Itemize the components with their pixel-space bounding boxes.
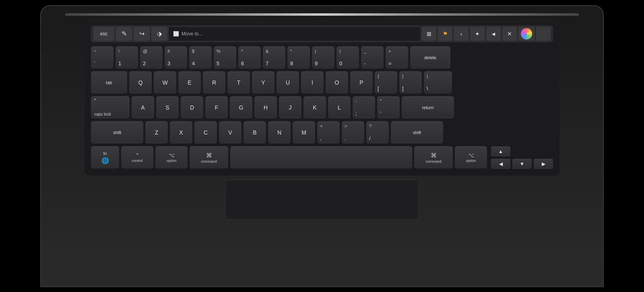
key-delete[interactable]: delete <box>410 46 450 69</box>
key-backslash[interactable]: | \ <box>424 71 452 94</box>
key-arrow-up[interactable]: ▲ <box>491 146 510 157</box>
key-q[interactable]: Q <box>129 71 152 94</box>
key-5[interactable]: % 5 <box>214 46 236 69</box>
tb-share-icon[interactable]: ↪ <box>134 27 150 41</box>
tb-archive-icon[interactable]: ⬗ <box>151 27 167 41</box>
key-command-left[interactable]: ⌘ command <box>190 146 228 169</box>
key-e[interactable]: E <box>178 71 201 94</box>
key-j[interactable]: J <box>279 96 301 119</box>
key-7[interactable]: & 7 <box>263 46 285 69</box>
key-return[interactable]: return <box>402 96 454 119</box>
key-o[interactable]: O <box>326 71 348 94</box>
tb-mute-icon[interactable]: ✕ <box>502 27 517 41</box>
tb-volume-down-icon[interactable]: ◄ <box>486 27 501 41</box>
key-3[interactable]: # 3 <box>165 46 187 69</box>
key-command-right[interactable]: ⌘ command <box>414 146 453 169</box>
tb-brightness-icon[interactable]: ✦ <box>470 27 485 41</box>
key-semicolon[interactable]: : ; <box>353 96 375 119</box>
key-y[interactable]: Y <box>252 71 275 94</box>
key-tab[interactable]: tab <box>91 71 127 94</box>
tb-edit-icon[interactable]: ✎ <box>116 27 132 41</box>
key-option-left[interactable]: ⌥ option <box>155 146 188 169</box>
tb-siri-button[interactable] <box>518 27 535 41</box>
arrow-top-row: ▲ <box>491 146 553 157</box>
trackpad[interactable] <box>225 180 419 220</box>
key-fn[interactable]: fn 🌐 <box>91 146 119 169</box>
keyboard-area: esc ✎ ↪ ⬗ ⬜ Move to... ⊠ ⚑ ‹ ✦ ◄ ✕ ~ ` <box>85 19 559 176</box>
key-slash[interactable]: ? / <box>366 121 389 144</box>
key-rbracket[interactable]: } ] <box>399 71 422 94</box>
key-period[interactable]: > . <box>342 121 364 144</box>
key-x[interactable]: X <box>170 121 192 144</box>
trackpad-area <box>65 176 579 220</box>
key-capslock[interactable]: caps lock <box>91 96 130 119</box>
key-4[interactable]: $ 4 <box>189 46 212 69</box>
key-1[interactable]: ! 1 <box>116 46 138 69</box>
top-strip <box>65 13 579 16</box>
key-p[interactable]: P <box>350 71 373 94</box>
key-option-right[interactable]: ⌥ option <box>455 146 487 169</box>
key-6[interactable]: ^ 6 <box>238 46 261 69</box>
home-row: caps lock A S D F G H J K L : ; " ' retu… <box>91 96 553 119</box>
qwerty-row: tab Q W E R T Y U I O P { [ } ] | \ <box>91 71 553 94</box>
touch-bar: esc ✎ ↪ ⬗ ⬜ Move to... ⊠ ⚑ ‹ ✦ ◄ ✕ <box>91 25 553 42</box>
key-f[interactable]: F <box>205 96 228 119</box>
key-0[interactable]: ) 0 <box>336 46 359 69</box>
key-i[interactable]: I <box>301 71 324 94</box>
key-shift-right[interactable]: shift <box>391 121 443 144</box>
key-d[interactable]: D <box>181 96 203 119</box>
key-s[interactable]: S <box>156 96 179 119</box>
arrow-cluster: ▲ ◀ ▼ ▶ <box>491 146 553 169</box>
key-shift-left[interactable]: shift <box>91 121 143 144</box>
tb-extra-key[interactable] <box>536 27 551 41</box>
shift-row: shift Z X C V B N M < , > . ? / shift <box>91 121 553 144</box>
key-control[interactable]: ⌃ control <box>121 146 153 169</box>
key-arrow-down[interactable]: ▼ <box>512 159 532 169</box>
key-w[interactable]: W <box>154 71 176 94</box>
key-2[interactable]: @ 2 <box>140 46 163 69</box>
tb-flag-icon[interactable]: ⚑ <box>438 27 452 41</box>
key-u[interactable]: U <box>277 71 299 94</box>
key-9[interactable]: ( 9 <box>312 46 334 69</box>
key-r[interactable]: R <box>203 71 225 94</box>
key-8[interactable]: * 8 <box>287 46 310 69</box>
tb-url-bar[interactable]: ⬜ Move to... <box>169 27 420 41</box>
key-quote[interactable]: " ' <box>377 96 400 119</box>
key-space[interactable] <box>230 146 412 169</box>
arrow-bottom-row: ◀ ▼ ▶ <box>491 159 553 169</box>
number-row: ~ ` ! 1 @ 2 # 3 $ 4 % 5 <box>91 46 553 69</box>
key-g[interactable]: G <box>230 96 252 119</box>
key-h[interactable]: H <box>254 96 277 119</box>
key-backtick[interactable]: ~ ` <box>91 46 114 69</box>
key-lbracket[interactable]: { [ <box>375 71 397 94</box>
key-b[interactable]: B <box>244 121 266 144</box>
key-m[interactable]: M <box>293 121 315 144</box>
tb-chevron-icon[interactable]: ‹ <box>454 27 469 41</box>
key-arrow-left[interactable]: ◀ <box>491 159 510 169</box>
key-a[interactable]: A <box>132 96 154 119</box>
key-v[interactable]: V <box>219 121 242 144</box>
key-equals[interactable]: + = <box>386 46 408 69</box>
key-arrow-right[interactable]: ▶ <box>534 159 553 169</box>
tb-trash-icon[interactable]: ⊠ <box>422 27 436 41</box>
bottom-row: fn 🌐 ⌃ control ⌥ option ⌘ command ⌘ <box>91 146 553 169</box>
laptop-body: esc ✎ ↪ ⬗ ⬜ Move to... ⊠ ⚑ ‹ ✦ ◄ ✕ ~ ` <box>40 5 604 287</box>
tb-esc-key[interactable]: esc <box>93 27 114 41</box>
key-t[interactable]: T <box>227 71 250 94</box>
key-n[interactable]: N <box>268 121 291 144</box>
key-comma[interactable]: < , <box>317 121 340 144</box>
key-minus[interactable]: _ - <box>361 46 384 69</box>
key-k[interactable]: K <box>303 96 326 119</box>
key-z[interactable]: Z <box>145 121 168 144</box>
key-c[interactable]: C <box>194 121 217 144</box>
key-l[interactable]: L <box>328 96 351 119</box>
siri-icon <box>521 28 532 39</box>
